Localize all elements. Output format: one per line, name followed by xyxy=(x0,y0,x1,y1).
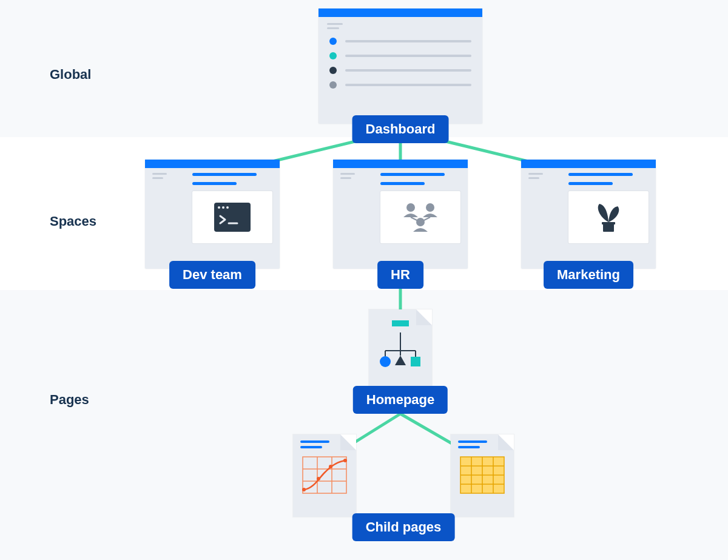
dot-icon xyxy=(329,52,337,59)
badge-dev-team: Dev team xyxy=(169,261,255,289)
svg-marker-25 xyxy=(395,356,406,365)
row-label-spaces: Spaces xyxy=(50,214,96,229)
badge-child-pages: Child pages xyxy=(352,513,455,541)
table-icon xyxy=(458,454,507,498)
badge-homepage: Homepage xyxy=(353,386,448,414)
svg-rect-17 xyxy=(602,222,615,224)
svg-point-24 xyxy=(380,356,391,367)
row-label-global: Global xyxy=(50,67,91,83)
svg-rect-26 xyxy=(411,357,420,366)
svg-point-35 xyxy=(343,459,347,462)
line-chart-icon xyxy=(300,454,349,498)
people-icon xyxy=(380,191,460,243)
svg-point-11 xyxy=(406,203,415,212)
plant-icon xyxy=(568,191,649,243)
badge-marketing: Marketing xyxy=(544,261,633,289)
svg-point-33 xyxy=(317,477,320,481)
svg-point-8 xyxy=(222,206,224,209)
row-label-pages: Pages xyxy=(50,392,89,408)
svg-point-9 xyxy=(226,206,229,209)
flowchart-icon xyxy=(377,332,424,370)
page-homepage xyxy=(369,309,432,392)
page-child-chart xyxy=(293,434,356,517)
svg-point-7 xyxy=(218,206,220,209)
window-dev-team xyxy=(145,160,280,269)
svg-point-34 xyxy=(329,465,332,468)
window-marketing xyxy=(521,160,656,269)
svg-point-32 xyxy=(302,488,306,491)
dot-icon xyxy=(329,67,337,74)
terminal-icon xyxy=(192,191,272,243)
svg-rect-16 xyxy=(603,223,614,232)
svg-point-12 xyxy=(426,203,434,212)
window-hr xyxy=(333,160,468,269)
window-dashboard xyxy=(318,8,482,124)
badge-hr: HR xyxy=(377,261,423,289)
dot-icon xyxy=(329,38,337,45)
page-child-table xyxy=(451,434,514,517)
dot-icon xyxy=(329,81,337,89)
badge-dashboard: Dashboard xyxy=(352,115,449,143)
